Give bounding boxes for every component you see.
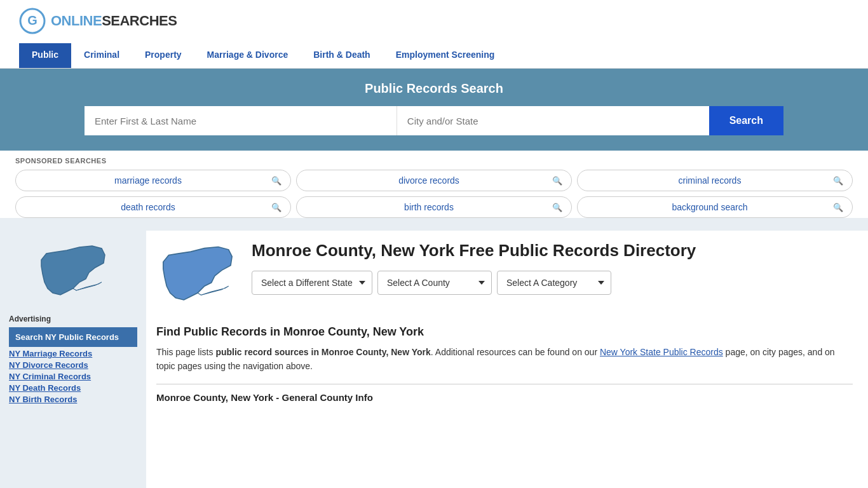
state-dropdown[interactable]: Select a Different State — [252, 271, 372, 295]
logo-text: ONLINE SEARCHES — [51, 13, 177, 29]
content-area: Monroe County, New York Free Public Reco… — [146, 231, 868, 488]
find-text-1: This page lists — [156, 347, 215, 357]
search-button[interactable]: Search — [709, 106, 783, 135]
sidebar-link-marriage[interactable]: NY Marriage Records — [9, 349, 137, 358]
ad-search-ny[interactable]: Search NY Public Records — [9, 327, 137, 347]
find-records-title: Find Public Records in Monroe County, Ne… — [156, 325, 853, 339]
logo-icon: G — [19, 8, 46, 34]
page-title-area: Monroe County, New York Free Public Reco… — [252, 241, 853, 308]
general-info-title: Monroe County, New York - General County… — [156, 392, 853, 403]
nav-public[interactable]: Public — [19, 43, 71, 68]
pill-text-criminal: criminal records — [587, 175, 833, 186]
sponsored-pill-birth[interactable]: birth records 🔍 — [296, 196, 572, 218]
find-link[interactable]: New York State Public Records — [600, 347, 723, 357]
search-icon-death: 🔍 — [271, 203, 281, 212]
logo-online: ONLINE — [51, 13, 102, 29]
search-row: Search — [85, 106, 783, 135]
sponsored-pill-background[interactable]: background search 🔍 — [577, 196, 853, 218]
sponsored-section: SPONSORED SEARCHES marriage records 🔍 di… — [0, 151, 868, 218]
hero-banner: Public Records Search Search — [0, 69, 868, 151]
section-divider — [156, 384, 853, 384]
find-text-2: . Additional resources can be found on o… — [431, 347, 600, 357]
sponsored-pill-criminal[interactable]: criminal records 🔍 — [577, 170, 853, 191]
ny-map — [9, 241, 137, 304]
pill-text-birth: birth records — [306, 202, 552, 212]
search-icon-marriage: 🔍 — [271, 176, 281, 186]
page-main-title: Monroe County, New York Free Public Reco… — [252, 241, 853, 261]
main-content: Advertising Search NY Public Records NY … — [0, 231, 868, 488]
search-icon-divorce: 🔍 — [552, 176, 562, 186]
county-dropdown[interactable]: Select A County — [377, 271, 492, 295]
logo: G ONLINE SEARCHES — [19, 8, 177, 34]
sponsored-pill-death[interactable]: death records 🔍 — [15, 196, 291, 218]
nav-employment[interactable]: Employment Screening — [383, 43, 508, 68]
location-input[interactable] — [397, 106, 709, 135]
nav-birth-death[interactable]: Birth & Death — [301, 43, 383, 68]
logo-searches: SEARCHES — [102, 13, 177, 29]
find-records-text: This page lists public record sources in… — [156, 345, 853, 374]
hero-title: Public Records Search — [19, 81, 849, 96]
pill-text-background: background search — [587, 202, 833, 212]
main-nav: Public Criminal Property Marriage & Divo… — [19, 43, 849, 68]
header-top: G ONLINE SEARCHES — [19, 8, 849, 41]
header: G ONLINE SEARCHES Public Criminal Proper… — [0, 0, 868, 69]
state-map-area — [156, 241, 239, 313]
sponsored-pill-divorce[interactable]: divorce records 🔍 — [296, 170, 572, 191]
nav-property[interactable]: Property — [132, 43, 194, 68]
sponsored-grid: marriage records 🔍 divorce records 🔍 cri… — [15, 170, 853, 218]
sidebar-link-criminal[interactable]: NY Criminal Records — [9, 372, 137, 381]
search-icon-criminal: 🔍 — [833, 176, 843, 186]
pill-text-death: death records — [25, 202, 271, 212]
svg-text:G: G — [27, 13, 37, 27]
search-icon-background: 🔍 — [833, 203, 843, 212]
nav-criminal[interactable]: Criminal — [71, 43, 132, 68]
page-section: Monroe County, New York Free Public Reco… — [156, 241, 853, 313]
sponsored-pill-marriage[interactable]: marriage records 🔍 — [15, 170, 291, 191]
nav-marriage-divorce[interactable]: Marriage & Divorce — [194, 43, 301, 68]
sidebar: Advertising Search NY Public Records NY … — [0, 231, 146, 488]
sidebar-link-death[interactable]: NY Death Records — [9, 383, 137, 393]
pill-text-divorce: divorce records — [306, 175, 552, 186]
pill-text-marriage: marriage records — [25, 175, 271, 186]
dropdowns-row: Select a Different State Select A County… — [252, 271, 853, 295]
sidebar-link-divorce[interactable]: NY Divorce Records — [9, 360, 137, 370]
sidebar-link-birth[interactable]: NY Birth Records — [9, 395, 137, 404]
sponsored-label: SPONSORED SEARCHES — [15, 157, 853, 165]
search-icon-birth: 🔍 — [552, 203, 562, 212]
ny-state-map-large — [156, 241, 239, 311]
find-bold: public record sources in Monroe County, … — [215, 347, 430, 357]
category-dropdown[interactable]: Select A Category — [497, 271, 611, 295]
name-input[interactable] — [85, 106, 397, 135]
new-york-map-icon — [35, 241, 111, 304]
advertising-label: Advertising — [9, 315, 137, 323]
